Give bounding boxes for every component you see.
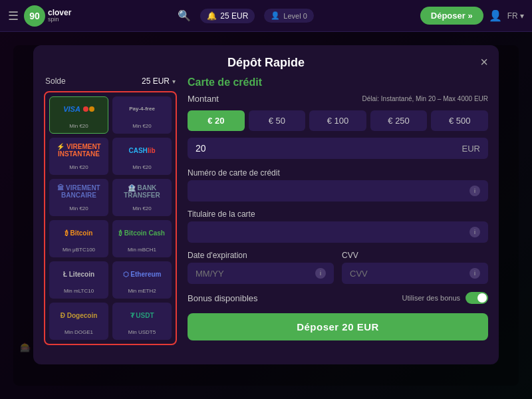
payment-methods-panel: Solde 25 EUR ▾ VISA	[44, 76, 177, 354]
amount-250-button[interactable]: € 250	[370, 110, 428, 131]
logo: 90 clover spin	[24, 5, 71, 27]
method-min-eth: Min mETH2	[128, 288, 156, 294]
navbar-right: Déposer » 👤 FR ▾	[420, 7, 524, 25]
bell-icon[interactable]: 🔔	[207, 11, 217, 21]
method-card-cash[interactable]: CASHlib Min €20	[112, 138, 172, 175]
method-min-btc: Min μBTC100	[63, 247, 95, 253]
bonus-row: Bonus disponibles Utiliser des bonus	[188, 292, 488, 304]
method-logo-virement: ⚡ VIREMENTINSTANTANÉ	[57, 142, 100, 158]
amount-input[interactable]	[196, 143, 462, 154]
balance-amount-display: 25 EUR ▾	[142, 76, 176, 86]
card-number-label: Numéro de carte de crédit	[188, 168, 488, 178]
method-card-eth[interactable]: ⬡ Ethereum Min mETH2	[112, 261, 172, 299]
navbar-center: 🔍 🔔 25 EUR 👤 Level 0	[78, 9, 413, 23]
expiry-input[interactable]	[196, 269, 315, 279]
bonus-toggle-label: Utiliser des bonus	[402, 294, 460, 302]
cvv-label: CVV	[342, 251, 488, 260]
modal-overlay: Dépôt Rapide × Solde 25 EUR ▾	[0, 32, 532, 399]
amount-100-button[interactable]: € 100	[309, 110, 366, 131]
balance-row: Solde 25 EUR ▾	[44, 76, 177, 86]
method-logo-usdt: ₮ USDT	[130, 307, 154, 323]
cvv-input[interactable]	[350, 269, 469, 279]
cvv-input-row: i	[342, 263, 488, 284]
expiry-label: Date d'expiration	[188, 251, 334, 260]
close-button[interactable]: ×	[480, 55, 488, 70]
amount-20-button[interactable]: € 20	[188, 110, 245, 131]
balance-label: Solde	[45, 76, 66, 86]
method-min-ltc: Min mLTC10	[64, 288, 94, 294]
method-card-doge[interactable]: Ð Dogecoin Min DOGE1	[49, 303, 108, 340]
expiry-input-row: i	[188, 263, 334, 284]
bonus-label: Bonus disponibles	[188, 293, 258, 303]
amount-500-button[interactable]: € 500	[431, 110, 488, 131]
logo-text: clover spin	[48, 9, 71, 23]
cvv-group: CVV i	[342, 251, 488, 284]
method-card-bank[interactable]: 🏦 BANKTRANSFER Min €20	[112, 179, 172, 216]
deposit-main-button[interactable]: Déposer 20 EUR	[188, 313, 488, 340]
cardholder-label: Titulaire de la carte	[188, 209, 488, 219]
method-logo-cash: CASHlib	[128, 142, 155, 158]
logo-icon: 90	[24, 5, 45, 27]
method-logo-paylib: Pay-4-free	[129, 101, 155, 117]
card-number-input-row: i	[188, 180, 488, 201]
method-logo-vir-bank: 🏛 VIREMENTBANCAIRE	[57, 184, 100, 200]
deposit-nav-button[interactable]: Déposer »	[420, 7, 483, 25]
method-min-bank: Min €20	[132, 205, 151, 211]
method-card-bch[interactable]: ₿ Bitcoin Cash Min mBCH1	[112, 220, 172, 257]
method-card-vir-bank[interactable]: 🏛 VIREMENTBANCAIRE Min €20	[49, 179, 108, 216]
deposit-modal: Dépôt Rapide × Solde 25 EUR ▾	[33, 45, 499, 364]
chevron-down-icon: ▾	[172, 78, 176, 85]
user-level: Level 0	[283, 12, 307, 20]
method-logo-visa: VISA	[63, 101, 94, 117]
card-number-group: Numéro de carte de crédit i	[188, 168, 488, 201]
method-logo-ltc: Ł Litecoin	[63, 266, 94, 282]
hamburger-icon[interactable]: ☰	[8, 9, 19, 23]
method-logo-bank: 🏦 BANKTRANSFER	[124, 184, 160, 200]
expiry-cvv-row: Date d'expiration i CVV i	[188, 251, 488, 284]
bonus-right: Utiliser des bonus	[402, 292, 488, 304]
method-logo-eth: ⬡ Ethereum	[123, 266, 162, 282]
modal-header: Dépôt Rapide ×	[33, 45, 499, 76]
amount-50-button[interactable]: € 50	[249, 110, 306, 131]
user-icon: 👤	[271, 11, 280, 20]
method-min-cash: Min €20	[132, 164, 151, 170]
method-card-btc[interactable]: ₿ Bitcoin Min μBTC100	[49, 220, 108, 257]
method-min-paylib: Min €20	[132, 123, 151, 129]
nav-balance: 🔔 25 EUR	[200, 9, 255, 23]
cardholder-input[interactable]	[196, 227, 469, 237]
method-min-usdt: Min USDT5	[128, 329, 156, 335]
montant-info: Délai: Instantané, Min 20 – Max 4000 EUR	[362, 95, 488, 102]
cardholder-group: Titulaire de la carte i	[188, 209, 488, 243]
amount-input-row: EUR	[188, 138, 488, 159]
method-card-usdt[interactable]: ₮ USDT Min USDT5	[112, 303, 172, 340]
montant-label: Montant	[188, 94, 219, 104]
search-icon[interactable]: 🔍	[178, 9, 191, 22]
method-logo-bch: ₿ Bitcoin Cash	[119, 225, 165, 241]
bonus-toggle[interactable]	[466, 292, 488, 304]
methods-grid: VISA Min €20 Pay-4-free	[44, 91, 177, 345]
section-title: Carte de crédit	[188, 76, 488, 88]
navbar-left: ☰ 90 clover spin	[8, 5, 71, 27]
method-min-virement: Min €20	[69, 164, 88, 170]
montant-row: Montant Délai: Instantané, Min 20 – Max …	[188, 94, 488, 104]
nav-user[interactable]: 👤 Level 0	[264, 9, 313, 23]
method-logo-btc: ₿ Bitcoin	[65, 225, 93, 241]
method-card-visa[interactable]: VISA Min €20	[49, 96, 108, 134]
method-card-ltc[interactable]: Ł Litecoin Min mLTC10	[49, 261, 108, 299]
method-card-paylib[interactable]: Pay-4-free Min €20	[112, 96, 172, 134]
expiry-info-icon[interactable]: i	[315, 268, 326, 279]
method-card-virement[interactable]: ⚡ VIREMENTINSTANTANÉ Min €20	[49, 138, 108, 175]
profile-icon[interactable]: 👤	[489, 9, 502, 22]
expiry-group: Date d'expiration i	[188, 251, 334, 284]
card-number-info-icon[interactable]: i	[469, 186, 480, 196]
method-min-doge: Min DOGE1	[65, 329, 93, 335]
right-panel: Carte de crédit Montant Délai: Instantan…	[188, 76, 488, 354]
language-button[interactable]: FR ▾	[507, 11, 524, 21]
cardholder-info-icon[interactable]: i	[469, 227, 480, 237]
card-number-input[interactable]	[196, 186, 469, 196]
balance-value: 25 EUR	[142, 76, 170, 86]
cvv-info-icon[interactable]: i	[469, 268, 480, 279]
modal-title: Dépôt Rapide	[227, 56, 305, 69]
method-min-bch: Min mBCH1	[128, 247, 156, 253]
method-logo-doge: Ð Dogecoin	[61, 307, 98, 323]
